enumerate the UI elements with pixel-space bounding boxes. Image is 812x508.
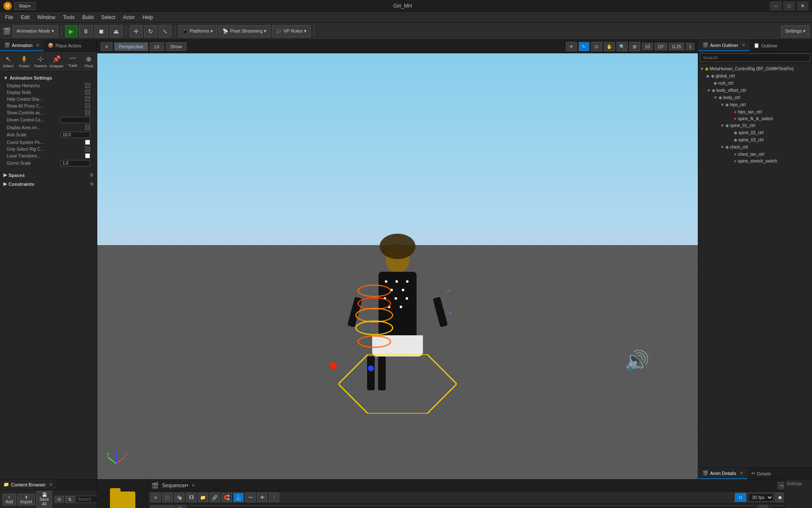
import-button[interactable]: ⬆ Import [17,494,35,505]
pan-tool-btn[interactable]: ✋ [604,42,615,51]
minimize-button[interactable]: ─ [770,1,782,11]
snapper-tool[interactable]: 📌 Snapper [49,53,65,70]
seq-render-btn[interactable]: 🎞 [186,493,196,502]
menu-tools[interactable]: Tools [60,14,78,21]
tree-item-body-ctrl[interactable]: ▼ ◆ body_ctrl [698,94,812,101]
play-button[interactable]: ▶ [65,25,77,37]
show-proxy-checkbox[interactable] [85,103,90,108]
lit-button[interactable]: Lit [150,42,164,51]
show-button[interactable]: Show [166,42,187,51]
pause-button[interactable]: ⏸ [79,25,93,37]
eject-button[interactable]: ⏏ [110,25,123,37]
tree-item-hips-ctrl[interactable]: ▼ ◆ hips_ctrl [698,101,812,108]
display-nulls-checkbox[interactable] [85,90,90,95]
menu-window[interactable]: Window [34,14,59,21]
outliner-search-input[interactable] [700,53,810,62]
constraints-add-icon[interactable]: ⊕ [90,181,93,187]
maximize-button[interactable]: □ [783,1,795,11]
metahumans-folder-icon[interactable] [110,491,135,508]
seq-record-btn[interactable]: ⏺ [775,493,785,502]
platforms-button[interactable]: 📱 Platforms ▾ [178,25,217,37]
tree-item-spine01[interactable]: ▼ ◆ spine_01_ctrl [698,122,812,129]
seq-actor-btn[interactable]: 🎭 [174,493,184,502]
seq-menu-btn[interactable]: ≡ [151,493,161,502]
tree-item-chest[interactable]: ▼ ◆ chest_ctrl [698,144,812,151]
track-filter-btn[interactable]: ⊟ [759,505,768,508]
coord-system-checkbox[interactable] [85,140,90,145]
seq-more-btn[interactable]: ⋮ [269,493,279,502]
tab-details[interactable]: ✏ Details [747,468,776,479]
tree-item-global-ctrl[interactable]: ▶ ◆ global_ctrl [698,72,812,80]
fps-select[interactable]: 30 fps 24 fps 60 fps [748,493,774,502]
track-search-icon[interactable]: 🔍 [177,505,185,508]
poses-tool[interactable]: 🧍 Poses [16,53,32,70]
tree-item-chest-tan[interactable]: ● chest_tan_ctrl [698,151,812,157]
anim-details-close[interactable]: ✕ [740,471,743,475]
menu-actor[interactable]: Actor [120,14,138,21]
menu-file[interactable]: File [2,14,16,21]
animation-settings-header[interactable]: ▼ Animation Settings [3,74,93,82]
gizmo-scale-input[interactable] [60,160,90,166]
animation-tab-close[interactable]: ✕ [36,43,39,47]
translate-button[interactable]: ✛ [130,25,143,37]
pivot-tool[interactable]: ⊕ Pivot [81,53,97,70]
seq-auto-key-btn[interactable]: N [735,493,746,502]
seq-folder-btn[interactable]: 📁 [198,493,208,502]
tree-item-hips-tan[interactable]: ● hips_tan_ctrl [698,108,812,115]
tab-place-actors[interactable]: 📦 Place Actors [44,40,85,51]
tree-item-spine-stretch[interactable]: ● spine_stretch_switch [698,157,812,164]
seq-attach-btn[interactable]: 🔗 [210,493,220,502]
sequencer-close[interactable]: ✕ [192,483,195,488]
driven-control-input[interactable] [60,117,90,123]
display-hierarchy-checkbox[interactable] [85,83,90,88]
add-track-button[interactable]: + Track [151,505,175,508]
tab-animation[interactable]: 🎬 Animation ✕ [0,40,44,51]
sort-button[interactable]: ⇅ [65,496,74,503]
axis-scale-input[interactable] [60,132,90,138]
track-search-input[interactable] [187,506,757,508]
viewport[interactable]: ≡ Perspective Lit Show ✛ ↻ ⊙ ✋ 🔍 ⊞ 10 10… [97,40,698,479]
content-browser-close[interactable]: ✕ [49,482,52,487]
main-tab[interactable]: Main• [14,2,36,10]
constraints-header[interactable]: ▶ Constraints ⊕ [3,179,93,188]
stop-button[interactable]: ⏹ [94,25,108,37]
tree-item-spine03[interactable]: ◆ spine_03_ctrl [698,136,812,144]
show-controls-checkbox[interactable] [85,110,90,115]
menu-build[interactable]: Build [79,14,97,21]
perspective-button[interactable]: Perspective [114,42,148,51]
seq-view-btn[interactable]: 👁 [257,493,267,502]
grid-btn[interactable]: ⊞ [629,42,640,51]
transform-tool-btn[interactable]: ✛ [566,42,577,51]
tab-outliner[interactable]: 📋 Outliner [749,40,782,51]
tab-content-browser[interactable]: 📁 Content Browser ✕ [0,480,56,489]
seq-camera-btn[interactable]: 🎥 [162,493,173,502]
seq-key-btn[interactable]: ⚓ [233,493,244,502]
tree-item-body-offset[interactable]: ▼ ◆ body_offset_ctrl [698,87,812,94]
menu-help[interactable]: Help [139,14,156,21]
seq-curve-btn[interactable]: 〜 [245,493,255,502]
save-all-button[interactable]: 💾 Save All [36,491,52,508]
menu-edit[interactable]: Edit [17,14,33,21]
tab-anim-details[interactable]: 🎬 Anim Details ✕ [698,468,747,479]
filter-button[interactable]: ⊟ [55,496,64,503]
viewport-menu-button[interactable]: ≡ [101,42,112,51]
tab-anim-outliner[interactable]: 🎬 Anim Outliner ✕ [698,40,749,51]
trails-tool[interactable]: 〰 Trails [65,53,81,70]
pixel-streaming-button[interactable]: 📡 Pixel Streaming ▾ [219,25,270,37]
tree-item-spine-switch[interactable]: ● spine_fk_ik_switch [698,115,812,122]
tree-item-spine02[interactable]: ◆ spine_02_ctrl [698,129,812,136]
anim-outliner-close[interactable]: ✕ [742,43,745,47]
tree-item-metahuman-rig[interactable]: ▼ ◆ MetaHuman_ControlRig (BP_GirlMHTestF… [698,65,812,72]
vp-roles-button[interactable]: 🎥 VP Roles ▾ [272,25,310,37]
tweens-tool[interactable]: ⊹ Tweens [32,53,48,70]
seq-snap-btn[interactable]: 🧲 [222,493,232,502]
rotate-tool-btn[interactable]: ↻ [579,42,590,51]
display-axes-checkbox[interactable] [85,125,90,130]
select-tool[interactable]: ↖ Select [0,53,16,70]
only-select-checkbox[interactable] [85,146,90,152]
close-button[interactable]: ✕ [797,1,809,11]
orbit-tool-btn[interactable]: ⊙ [591,42,602,51]
animation-mode-button[interactable]: Animation Mode ▾ [13,25,58,37]
spaces-add-icon[interactable]: ⊕ [90,172,93,178]
hide-control-checkbox[interactable] [85,97,90,102]
